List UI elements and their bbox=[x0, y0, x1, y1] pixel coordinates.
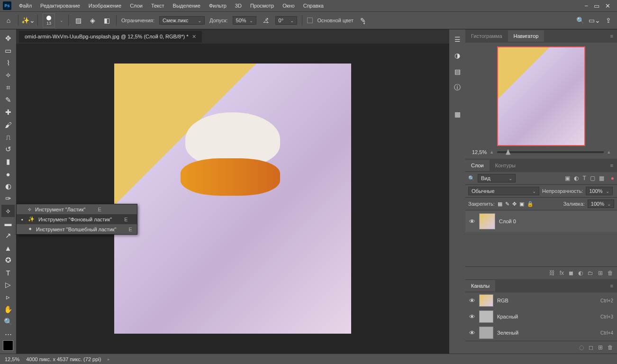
window-minimize-icon[interactable]: − bbox=[584, 2, 588, 9]
menu-edit[interactable]: Редактирование bbox=[36, 1, 84, 10]
window-restore-icon[interactable]: ▭ bbox=[594, 2, 599, 9]
channel-row[interactable]: 👁 Зеленый Ctrl+4 bbox=[465, 325, 617, 341]
new-channel-icon[interactable]: ⊞ bbox=[598, 344, 603, 351]
tab-layers[interactable]: Слои bbox=[465, 160, 490, 171]
lock-pixels-icon[interactable]: ✎ bbox=[505, 201, 509, 207]
layer-name[interactable]: Слой 0 bbox=[499, 218, 516, 224]
lasso-tool[interactable]: ⌇ bbox=[1, 57, 15, 69]
pressure-icon[interactable]: ✎̥ bbox=[358, 16, 368, 25]
magic-wand-tool[interactable]: ✧ bbox=[1, 69, 15, 82]
crop-tool[interactable]: ⌗ bbox=[1, 82, 15, 94]
gradient-tool[interactable]: ▮ bbox=[1, 155, 15, 168]
layer-thumbnail[interactable] bbox=[479, 213, 495, 229]
zoom-out-icon[interactable]: ▴ bbox=[490, 149, 493, 155]
menu-help[interactable]: Справка bbox=[299, 1, 327, 10]
channel-row[interactable]: 👁 RGB Ctrl+2 bbox=[465, 292, 617, 309]
layer-opacity[interactable]: 100% bbox=[586, 187, 612, 195]
layer-group-icon[interactable]: 🗀 bbox=[588, 270, 593, 276]
stamp-tool[interactable]: ⎍ bbox=[1, 131, 15, 143]
filter-type-icon[interactable]: T bbox=[582, 175, 586, 182]
tab-histogram[interactable]: Гистограмма bbox=[465, 30, 508, 42]
color-swatch[interactable] bbox=[3, 340, 13, 351]
visibility-icon[interactable]: 👁 bbox=[469, 329, 475, 337]
flyout-eraser[interactable]: ⟡ Инструмент "Ластик" E bbox=[17, 204, 137, 214]
brush-tool[interactable]: 🖌 bbox=[1, 118, 15, 131]
sampling-continuous-icon[interactable]: ▨ bbox=[73, 16, 83, 25]
marquee-tool[interactable]: ▭ bbox=[1, 45, 15, 57]
layer-row[interactable]: 👁 Слой 0 bbox=[465, 210, 617, 232]
navigator-zoom-slider[interactable] bbox=[497, 151, 604, 153]
layer-mask-icon[interactable]: ◼ bbox=[569, 270, 573, 276]
lock-position-icon[interactable]: ✥ bbox=[512, 201, 517, 207]
visibility-icon[interactable]: 👁 bbox=[469, 218, 475, 225]
triangle-tool[interactable]: ▲ bbox=[1, 242, 15, 254]
custom-shape-tool[interactable]: ✪ bbox=[1, 254, 15, 266]
menu-text[interactable]: Текст bbox=[147, 1, 168, 10]
eyedropper-tool[interactable]: ✎ bbox=[1, 94, 15, 106]
history-brush-tool[interactable]: ↺ bbox=[1, 143, 15, 155]
close-tab-icon[interactable]: ✕ bbox=[192, 34, 196, 40]
menu-window[interactable]: Окно bbox=[279, 1, 299, 10]
menu-select[interactable]: Выделение bbox=[169, 1, 204, 10]
filter-adjust-icon[interactable]: ◐ bbox=[574, 175, 579, 182]
layer-filter-select[interactable]: Вид bbox=[478, 174, 516, 182]
brush-preview[interactable]: 13 bbox=[43, 13, 55, 27]
limits-select[interactable]: Смеж.пикс bbox=[159, 16, 205, 25]
layer-fx-icon[interactable]: fx bbox=[560, 270, 564, 276]
blur-tool[interactable]: ● bbox=[1, 168, 15, 180]
adjustments-panel-icon[interactable]: ◑ bbox=[453, 49, 462, 62]
delete-channel-icon[interactable]: 🗑 bbox=[608, 344, 613, 351]
delete-layer-icon[interactable]: 🗑 bbox=[608, 270, 613, 276]
panel-menu-icon[interactable]: ≡ bbox=[610, 163, 617, 168]
flyout-magic-eraser[interactable]: ✦ Инструмент "Волшебный ластик" E bbox=[17, 224, 137, 234]
properties-panel-icon[interactable]: ☰ bbox=[453, 33, 462, 46]
path-tool[interactable]: ↗ bbox=[1, 229, 15, 242]
tab-channels[interactable]: Каналы bbox=[465, 280, 495, 291]
workspace-icon[interactable]: ▭⌄ bbox=[590, 16, 599, 25]
visibility-icon[interactable]: 👁 bbox=[469, 297, 475, 304]
canvas[interactable] bbox=[16, 44, 449, 354]
panel-menu-icon[interactable]: ≡ bbox=[610, 283, 617, 289]
angle-select[interactable]: 0° bbox=[275, 16, 297, 25]
filter-pixel-icon[interactable]: ▣ bbox=[565, 175, 570, 182]
layer-fill[interactable]: 100% bbox=[588, 200, 614, 208]
blend-mode-select[interactable]: Обычные bbox=[468, 187, 539, 195]
path-sel-tool[interactable]: ▷ bbox=[1, 279, 15, 291]
new-layer-icon[interactable]: ⊞ bbox=[598, 270, 603, 276]
lock-transparency-icon[interactable]: ▦ bbox=[498, 201, 502, 207]
edit-toolbar[interactable]: ⋯ bbox=[1, 328, 15, 340]
tab-navigator[interactable]: Навигатор bbox=[508, 30, 544, 42]
filter-toggle-icon[interactable]: ● bbox=[611, 175, 614, 182]
hand-tool[interactable]: ✋ bbox=[1, 303, 15, 316]
status-dimensions[interactable]: 4000 пикс. x 4537 пикс. (72 ppi) bbox=[26, 356, 101, 362]
pen-tool[interactable]: ✑ bbox=[1, 192, 15, 205]
share-icon[interactable]: ⇪ bbox=[604, 16, 613, 25]
load-selection-icon[interactable]: ◌ bbox=[579, 344, 584, 351]
type-tool[interactable]: T bbox=[1, 266, 15, 279]
menu-3d[interactable]: 3D bbox=[231, 1, 245, 10]
menu-image[interactable]: Изображение bbox=[85, 1, 125, 10]
tolerance-select[interactable]: 50% bbox=[233, 16, 256, 25]
zoom-in-icon[interactable]: ▴ bbox=[608, 149, 610, 155]
tool-preset-icon[interactable]: ✨⌄ bbox=[23, 16, 33, 25]
filter-shape-icon[interactable]: ▢ bbox=[590, 175, 595, 182]
channel-row[interactable]: 👁 Красный Ctrl+3 bbox=[465, 309, 617, 325]
dodge-tool[interactable]: ◐ bbox=[1, 180, 15, 192]
tab-paths[interactable]: Контуры bbox=[490, 160, 521, 171]
adjustment-layer-icon[interactable]: ◐ bbox=[578, 270, 583, 276]
menu-filter[interactable]: Фильтр bbox=[205, 1, 230, 10]
search-icon[interactable]: 🔍 bbox=[575, 16, 585, 25]
flyout-bg-eraser[interactable]: ▪✨ Инструмент "Фоновый ластик" E bbox=[17, 214, 137, 224]
document-tab[interactable]: omid-armin-WxVm-UuuBpg-unsplash.jpg @ 12… bbox=[19, 31, 202, 43]
swatches-panel-icon[interactable]: ▦ bbox=[453, 108, 462, 120]
menu-layers[interactable]: Слои bbox=[126, 1, 146, 10]
status-zoom[interactable]: 12,5% bbox=[5, 356, 19, 362]
move-tool[interactable]: ✥ bbox=[1, 32, 15, 45]
menu-file[interactable]: Файл bbox=[15, 1, 36, 10]
home-icon[interactable]: ⌂ bbox=[4, 16, 13, 25]
libraries-panel-icon[interactable]: ▤ bbox=[453, 65, 462, 78]
navigator-thumbnail[interactable] bbox=[497, 46, 585, 146]
healing-tool[interactable]: ✚ bbox=[1, 106, 15, 118]
link-layers-icon[interactable]: ⛓ bbox=[549, 270, 555, 276]
save-selection-icon[interactable]: ◻ bbox=[589, 344, 593, 351]
